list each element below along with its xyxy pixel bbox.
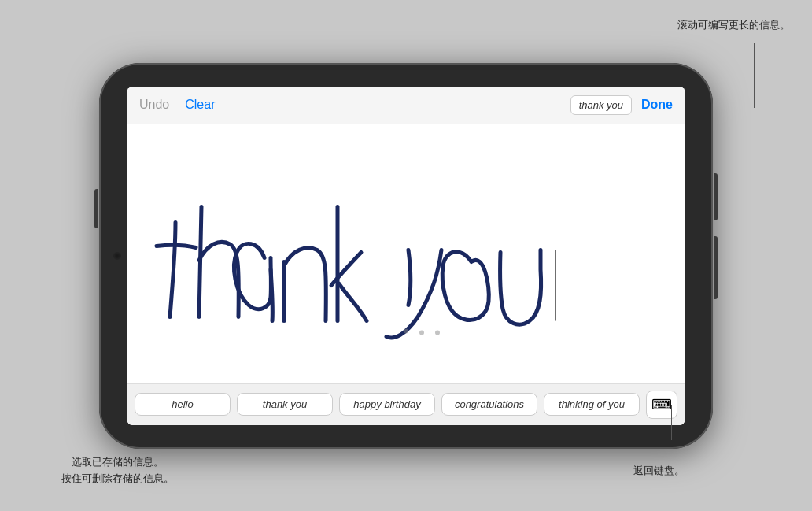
suggestion-congratulations[interactable]: congratulations — [441, 393, 537, 416]
annotation-line-top — [754, 43, 755, 108]
annotation-top-right: 滚动可编写更长的信息。 — [677, 17, 790, 33]
toolbar-left: Undo Clear — [139, 98, 215, 112]
suggestion-hello[interactable]: hello — [135, 393, 231, 416]
toolbar-right: thank you Done — [570, 95, 673, 115]
annotation-bottom-left-line1: 选取已存储的信息。 — [72, 456, 164, 468]
camera-dot — [113, 252, 121, 260]
svg-point-2 — [419, 330, 424, 335]
right-button-bottom — [714, 236, 718, 299]
annotation-bottom-left-line2: 按住可删除存储的信息。 — [61, 472, 174, 484]
annotation-bottom-right-text: 返回键盘。 — [633, 465, 685, 476]
suggestion-thinking-of-you[interactable]: thinking of you — [544, 393, 640, 416]
undo-button[interactable]: Undo — [139, 98, 169, 112]
annotation-line-bottom-right — [671, 405, 672, 440]
clear-button[interactable]: Clear — [185, 98, 215, 112]
annotation-bottom-right: 返回键盘。 — [633, 463, 685, 479]
suggestion-happy-birthday[interactable]: happy birthday — [339, 393, 435, 416]
suggestion-thank-you[interactable]: thank you — [237, 393, 333, 416]
device-shell: Undo Clear thank you Done — [99, 63, 713, 449]
svg-point-3 — [435, 330, 440, 335]
keyboard-icon: ⌨ — [651, 396, 672, 413]
svg-point-1 — [404, 328, 408, 333]
keyboard-toggle-button[interactable]: ⌨ — [646, 391, 677, 419]
preview-text: thank you — [570, 95, 632, 115]
left-button — [94, 189, 98, 228]
toolbar: Undo Clear thank you Done — [127, 87, 685, 124]
suggestions-bar: hello thank you happy birthday congratul… — [127, 383, 685, 425]
done-button[interactable]: Done — [641, 98, 673, 112]
drawing-area[interactable] — [127, 124, 685, 383]
annotation-line-bottom-left — [172, 405, 172, 440]
annotation-bottom-left: 选取已存储的信息。 按住可删除存储的信息。 — [61, 454, 174, 487]
device-screen: Undo Clear thank you Done — [127, 87, 685, 425]
handwriting-svg — [127, 124, 685, 383]
right-button-top — [714, 173, 718, 220]
